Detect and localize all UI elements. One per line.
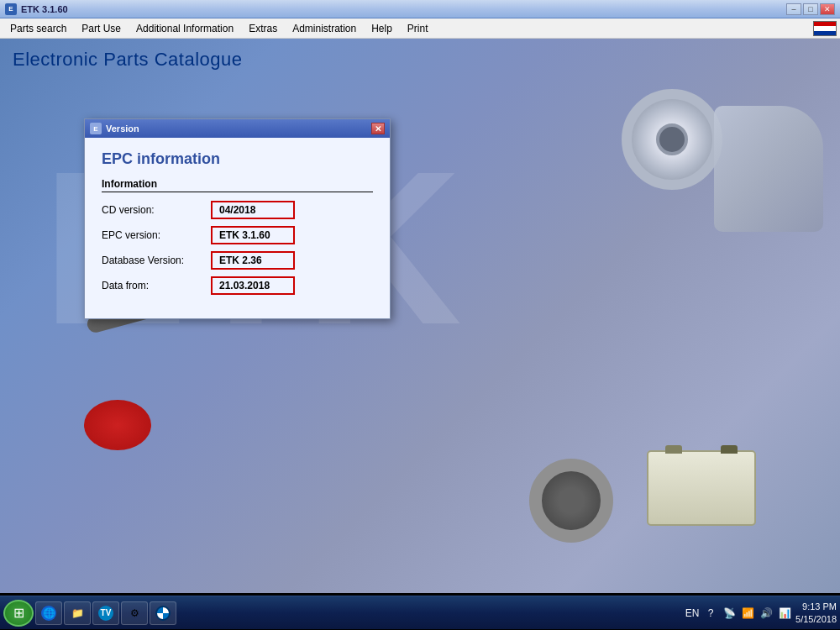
info-label-3: Data from: — [102, 280, 211, 291]
taskbar-bmw-button[interactable] — [150, 601, 176, 625]
info-value-3: 21.03.2018 — [211, 276, 295, 295]
tray-lang: EN — [685, 606, 700, 621]
app-icon: E — [5, 3, 17, 15]
main-content: ETK Electronic Parts Catalogue E Version — [0, 39, 840, 629]
dialog-icon: E — [90, 123, 102, 134]
language-flag-button[interactable] — [813, 21, 837, 36]
menu-additional-info[interactable]: Additional Information — [129, 21, 240, 36]
title-text: ETK 3.1.60 — [21, 4, 68, 14]
start-button[interactable] — [3, 600, 34, 627]
info-value-2: ETK 2.36 — [211, 251, 295, 270]
tray-area: EN ? 📡 📶 🔊 📊 9:13 PM 5/15/2018 — [685, 601, 837, 625]
info-row-3: Data from:21.03.2018 — [102, 276, 373, 295]
tray-wifi-icon: 📶 — [740, 606, 755, 621]
tray-network-icon: 📡 — [722, 606, 737, 621]
ie-icon: 🌐 — [41, 606, 56, 621]
info-value-0: 04/2018 — [211, 201, 295, 219]
page-title: Electronic Parts Catalogue — [13, 49, 242, 71]
clock-date: 5/15/2018 — [795, 613, 837, 625]
taskbar: 🌐 📁 TV ⚙ EN ? 📡 📶 🔊 📊 9:13 PM 5/15/2018 — [0, 596, 840, 629]
dialog-body: EPC information Information CD version:0… — [85, 138, 390, 318]
minimize-button[interactable]: – — [786, 3, 801, 15]
dialog-heading: EPC information — [102, 150, 373, 168]
dialog-titlebar-left: E Version — [90, 123, 139, 134]
teamviewer-icon: TV — [98, 606, 113, 621]
menu-bar: Parts search Part Use Additional Informa… — [0, 18, 840, 39]
system-clock: 9:13 PM 5/15/2018 — [795, 601, 837, 625]
info-value-1: ETK 3.1.60 — [211, 226, 295, 244]
settings-icon: ⚙ — [127, 606, 142, 621]
menu-help[interactable]: Help — [365, 21, 399, 36]
dialog-titlebar: E Version ✕ — [85, 119, 390, 138]
taskbar-ie-button[interactable]: 🌐 — [35, 601, 62, 625]
title-bar-left: E ETK 3.1.60 — [5, 3, 68, 15]
dialog-title-text: Version — [106, 123, 139, 134]
info-row-0: CD version:04/2018 — [102, 201, 373, 219]
explorer-icon: 📁 — [70, 606, 85, 621]
menu-administration[interactable]: Administration — [286, 21, 363, 36]
info-row-2: Database Version:ETK 2.36 — [102, 251, 373, 270]
taskbar-explorer-button[interactable]: 📁 — [64, 601, 91, 625]
taskbar-teamviewer-button[interactable]: TV — [92, 601, 119, 625]
tray-help-icon[interactable]: ? — [703, 606, 718, 621]
dialog-close-button[interactable]: ✕ — [371, 123, 385, 134]
close-button[interactable]: ✕ — [820, 3, 835, 15]
tray-signal-icon: 📊 — [777, 606, 792, 621]
info-label-1: EPC version: — [102, 229, 211, 241]
menu-part-use[interactable]: Part Use — [75, 21, 128, 36]
menu-print[interactable]: Print — [401, 21, 435, 36]
title-bar: E ETK 3.1.60 – □ ✕ — [0, 0, 840, 18]
info-label-0: CD version: — [102, 204, 211, 216]
info-section-label: Information — [102, 178, 373, 192]
tray-volume-icon[interactable]: 🔊 — [759, 606, 774, 621]
menu-parts-search[interactable]: Parts search — [3, 21, 73, 36]
menu-extras[interactable]: Extras — [242, 21, 284, 36]
clock-time: 9:13 PM — [795, 601, 837, 612]
info-row-1: EPC version:ETK 3.1.60 — [102, 226, 373, 244]
taskbar-settings-button[interactable]: ⚙ — [121, 601, 148, 625]
info-label-2: Database Version: — [102, 255, 211, 266]
maximize-button[interactable]: □ — [803, 3, 818, 15]
bmw-icon — [155, 606, 171, 621]
version-dialog: E Version ✕ EPC information Information … — [84, 118, 391, 319]
title-buttons: – □ ✕ — [786, 3, 835, 15]
info-rows: CD version:04/2018EPC version:ETK 3.1.60… — [102, 201, 373, 295]
